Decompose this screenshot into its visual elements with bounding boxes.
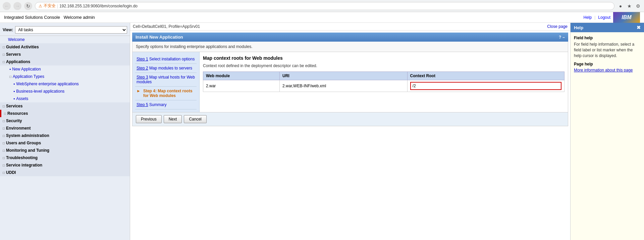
help-close-button[interactable]: ✖ [637,25,641,30]
bullet-icon: ▪ [13,96,15,101]
field-help-title: Field help [574,36,641,40]
uddi-label: UDDI [6,170,16,175]
environment-label: Environment [6,126,31,131]
logout-link[interactable]: Logout [598,15,610,20]
step-content-title: Map context roots for Web modules [203,55,565,61]
expand-icon: □ [3,53,5,56]
step1-link[interactable]: Step 1 [137,57,148,61]
sidebar-item-guided-activities[interactable]: □ Guided Activities [0,43,130,51]
extensions-icon[interactable]: ● [617,3,624,9]
expand-icon: □ [3,149,5,152]
step5-item[interactable]: Step 5 Summary [135,100,197,109]
top-bar: Integrated Solutions Console Welcome adm… [0,12,644,23]
help-panel: Help ✖ Field help For field help informa… [570,23,644,240]
sidebar-item-resources[interactable]: □ Resources [0,110,130,117]
sidebar-item-applications[interactable]: □ Applications [0,58,130,65]
sidebar-item-business-level[interactable]: ▪ Business-level applications [0,88,130,95]
expand-icon: □ [3,141,5,145]
step2-link[interactable]: Step 2 [137,66,148,70]
minimize-icon[interactable]: – [562,35,565,40]
system-admin-label: System administration [6,133,49,138]
context-root-input[interactable] [410,82,561,90]
sidebar-item-application-types[interactable]: □ Application Types [0,73,130,80]
browser-chrome: ← → ↻ ⚠ 不安全 | 192.168.255.128:9060/ibm/c… [0,0,644,12]
install-panel: Install New Application ? – Specify opti… [132,33,568,126]
page-help-title: Page help [574,62,641,66]
content-area: Cell=DefaultCell01, Profile=AppSrv01 Clo… [130,23,570,240]
page-help-link[interactable]: More information about this page [574,68,633,73]
back-button[interactable]: ← [3,2,11,10]
help-link[interactable]: Help [583,15,592,20]
field-help-text: For field help information, select a fie… [574,42,641,58]
step3-link[interactable]: Step 3 [137,75,148,80]
step4-label: Step 4: Map context roots for Web module… [143,89,195,98]
help-header: Help ✖ [571,23,644,32]
sidebar-item-servers[interactable]: □ Servers [0,51,130,58]
welcome-text: Welcome admin [64,15,95,20]
breadcrumb: Cell=DefaultCell01, Profile=AppSrv01 [133,24,200,29]
bullet-icon: ▪ [13,82,15,86]
main-layout: View: All tasks Welcome □ Guided Activit… [0,23,644,240]
install-desc-text: Specify options for installing enterpris… [136,44,253,49]
resources-label: Resources [7,111,28,116]
assets-label: Assets [16,96,28,101]
expand-icon: □ [9,75,11,79]
button-bar: Previous Next Cancel [132,112,568,126]
view-label: View: [3,28,13,32]
sidebar-item-users-groups[interactable]: □ Users and Groups [0,139,130,147]
step5-link[interactable]: Step 5 [137,102,148,107]
forward-button[interactable]: → [13,2,21,10]
sidebar-item-websphere-enterprise[interactable]: ▪ WebSphere enterprise applications [0,80,130,88]
cancel-button[interactable]: Cancel [184,115,206,123]
step-content: Map context roots for Web modules Contex… [200,52,568,112]
sidebar-item-security[interactable]: □ Security [0,117,130,125]
servers-label: Servers [6,52,21,57]
sidebar-item-uddi[interactable]: □ UDDI [0,169,130,176]
sidebar-item-system-admin[interactable]: □ System administration [0,132,130,139]
sidebar-item-assets[interactable]: ▪ Assets [0,95,130,102]
step2-item[interactable]: Step 2 Map modules to servers [135,64,197,73]
expand-icon: □ [4,112,6,115]
service-integration-label: Service integration [6,163,42,167]
guided-activities-label: Guided Activities [6,45,39,49]
question-icon[interactable]: ? [559,35,561,40]
top-bar-actions: Help | Logout IBM [583,12,640,23]
sidebar: View: All tasks Welcome □ Guided Activit… [0,23,130,240]
address-text: 192.168.255.128:9060/ibm/console/login.d… [59,4,138,8]
new-application-label: New Application [12,67,41,71]
install-body: Step 1 Select installation options Step … [132,52,568,112]
step3-item[interactable]: Step 3 Map virtual hosts for Web modules [135,73,197,87]
address-bar: ⚠ 不安全 | 192.168.255.128:9060/ibm/console… [35,2,614,10]
sidebar-item-new-application[interactable]: ▪ New Application [0,65,130,73]
sidebar-item-service-integration[interactable]: □ Service integration [0,161,130,169]
troubleshooting-label: Troubleshooting [6,155,38,160]
header-icons: ? – [559,35,565,40]
sidebar-item-troubleshooting[interactable]: □ Troubleshooting [0,154,130,161]
expand-icon: □ [3,60,5,64]
next-button[interactable]: Next [164,115,182,123]
star-icon[interactable]: ★ [626,3,633,9]
separator: | [57,4,58,8]
expand-icon: □ [3,127,5,130]
col-web-module: Web module [203,72,280,80]
sidebar-item-monitoring[interactable]: □ Monitoring and Tuning [0,147,130,154]
sidebar-item-environment[interactable]: □ Environment [0,125,130,132]
close-page-link[interactable]: Close page [547,24,568,29]
sidebar-item-services[interactable]: □ Services [0,102,130,110]
reload-button[interactable]: ↻ [24,2,32,10]
settings-icon[interactable]: ⚙ [635,3,641,9]
sidebar-item-welcome[interactable]: Welcome [0,36,130,43]
expand-icon: □ [3,156,5,160]
previous-button[interactable]: Previous [136,115,162,123]
business-level-label: Business-level applications [16,89,64,94]
applications-label: Applications [6,59,30,64]
step-content-desc: Context root defined in the deployment d… [203,63,565,68]
sidebar-view-selector: View: All tasks [0,24,130,36]
col-uri: URI [280,72,408,80]
monitoring-label: Monitoring and Tuning [6,148,49,153]
ibm-logo: IBM [613,12,640,23]
step4-item[interactable]: ► Step 4: Map context roots for Web modu… [135,87,197,100]
view-select[interactable]: All tasks [15,26,127,34]
step1-item[interactable]: Step 1 Select installation options [135,55,197,64]
col-context-root: Context Root [407,72,564,80]
